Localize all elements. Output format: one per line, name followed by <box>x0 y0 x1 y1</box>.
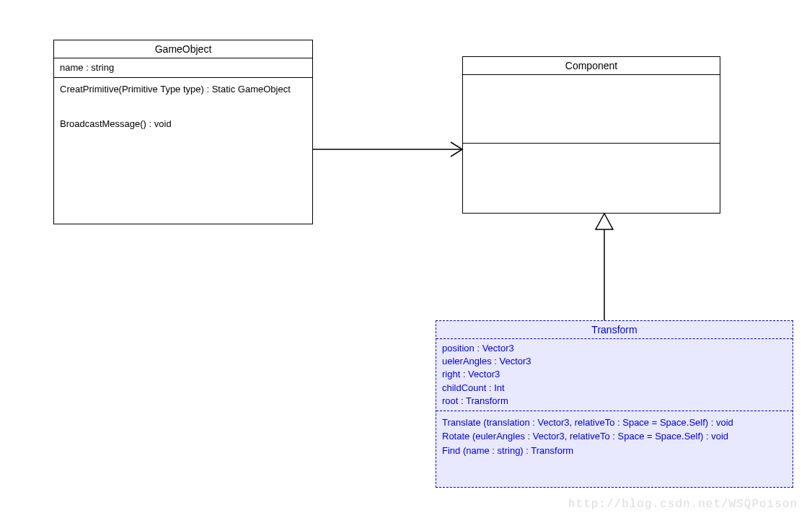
attr: root : Transform <box>442 395 787 408</box>
watermark: http://blog.csdn.net/WSQPoison <box>568 498 798 511</box>
class-methods <box>463 144 720 205</box>
uml-class-transform: Transform position : Vector3 uelerAngles… <box>436 320 793 488</box>
method: BroadcastMessage() : void <box>60 117 306 131</box>
method: Translate (translation : Vector3, relati… <box>442 416 787 430</box>
arrowhead-triangle-icon <box>596 214 613 229</box>
class-attributes: name : string <box>54 58 312 78</box>
attr: name : string <box>60 61 306 74</box>
method: Find (name : string) : Transform <box>442 444 787 458</box>
class-attributes <box>463 75 720 144</box>
attr: childCount : Int <box>442 382 787 395</box>
attr: uelerAngles : Vector3 <box>442 355 787 368</box>
class-attributes: position : Vector3 uelerAngles : Vector3… <box>436 339 793 411</box>
arrowhead-open-icon <box>451 142 462 157</box>
method: Rotate (eulerAngles : Vector3, relativeT… <box>442 429 787 444</box>
class-title: Transform <box>436 321 793 339</box>
class-title: GameObject <box>54 40 312 58</box>
uml-class-component: Component <box>462 56 720 214</box>
uml-class-gameobject: GameObject name : string CreatPrimitive(… <box>53 40 313 224</box>
class-methods: Translate (translation : Vector3, relati… <box>436 411 793 462</box>
class-methods: CreatPrimitive(Primitive Type type) : St… <box>54 78 312 135</box>
attr: right : Vector3 <box>442 368 787 381</box>
attr: position : Vector3 <box>442 342 787 355</box>
class-title: Component <box>463 57 720 75</box>
method: CreatPrimitive(Primitive Type type) : St… <box>60 82 306 97</box>
